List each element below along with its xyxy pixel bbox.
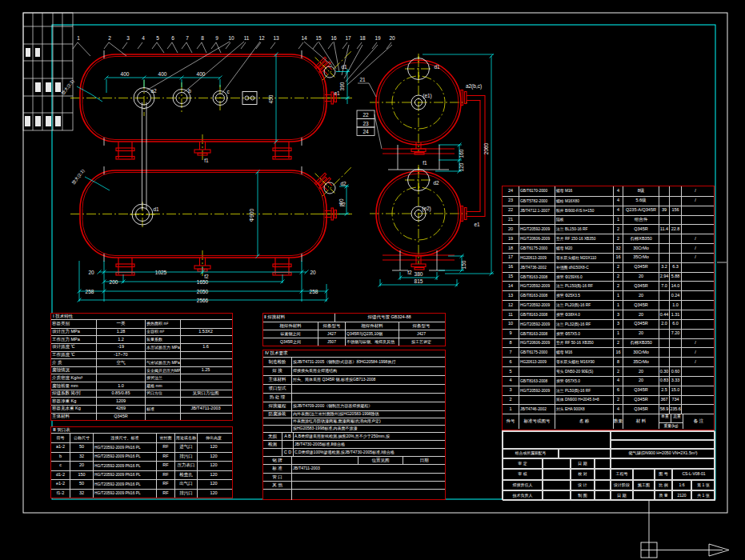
table-cell: 补强圈 dN150X8-C	[555, 263, 614, 272]
weight-header-group: 单重总重重量(kg)	[659, 414, 683, 429]
table-cell: 等长双头螺柱 M16X90	[555, 358, 614, 366]
table-row: 外表面涂红丹防锈漆两遍,面漆两遍(色泽由用户定)	[263, 418, 445, 425]
balloon-number: 7	[186, 35, 189, 41]
table-cell: 20	[503, 225, 519, 234]
parts-list: 24GB/T6170-2000螺母 M1648级/23GB/T5782-2000…	[502, 186, 715, 430]
balloon-tick	[328, 42, 333, 49]
balloon-number: 5	[156, 35, 159, 41]
table-cell	[263, 449, 282, 456]
titleblock-cell: 设 计	[571, 480, 595, 490]
table-row: 9GB/T8163-2008接管 Φ57X5.01207.20	[503, 329, 714, 338]
titleblock-cell: 审 核	[503, 469, 543, 479]
table-row: d1-2150HG/T20592-2009 PN16 PLRF检查孔120	[51, 470, 232, 480]
table-row: 检测JB/T4730-2005标准,Ⅱ级合格	[263, 440, 445, 448]
table-cell: 7	[503, 348, 519, 357]
titleblock-cell	[633, 469, 655, 479]
table-cell: 24	[503, 186, 519, 196]
table-cell: RF	[157, 471, 175, 480]
table-cell: HG/T20592-2009 PN16 PL	[94, 462, 157, 470]
table-cell: Q345R	[623, 225, 659, 234]
table-cell: A,B类焊缝采用射线检测,抽查20%,且不少于250mm,按	[294, 433, 445, 440]
table-cell: 20	[623, 291, 659, 300]
titleblock-cell	[543, 458, 571, 469]
table-cell: 17	[503, 254, 519, 262]
table-cell	[292, 474, 445, 481]
table-cell: 接管 Φ57X5.0	[555, 377, 614, 386]
table-cell: 1.0	[97, 382, 146, 390]
table-cell: 设计压力 MPa	[51, 329, 97, 336]
weight-header-cell: 单重总重	[659, 414, 683, 423]
table-cell: 腐蚀情况	[51, 367, 97, 374]
table-row: 焊接规程按JB/T4709-2000《钢制压力容器焊接规程》	[263, 402, 445, 410]
table-row: 12HG/T20592-2009法兰 PL20(B)-16 RF1Q345R1.…	[503, 300, 714, 310]
drawing-label: 258	[86, 289, 94, 294]
table-cell: 焊接规程	[263, 402, 292, 410]
table-cell: HG/T20592-2009	[519, 386, 555, 395]
drawing-label: 1650	[197, 279, 209, 285]
table-row: b32HG/T20592-2009 PN16 PLRF排污口120	[51, 452, 232, 462]
table-cell: 1.2	[97, 336, 146, 343]
table-cell: Q345R之间	[263, 338, 318, 346]
table-cell: 5.6级	[623, 197, 659, 206]
table-cell	[682, 405, 709, 414]
table-cell: 主体材料	[51, 414, 97, 421]
table-row: Q345R之间J507不锈钢与碳钢、堆焊及其他按工艺评定	[263, 338, 445, 346]
table-cell: 22	[503, 206, 519, 215]
table-cell: 见管口方位图	[181, 390, 230, 398]
table-cell: 1.0	[670, 301, 682, 310]
table-cell: 组合件	[623, 216, 659, 225]
table-cell	[519, 367, 555, 376]
table-cell: 32	[70, 490, 94, 498]
table-row: 无损A BA,B类焊缝采用射线检测,抽查20%,且不少于250mm,按	[263, 432, 445, 440]
table-cell: 接管 Φ159X6.0	[555, 273, 614, 282]
table-row: f1-232HG/T20592-2009 PN16 PLRF排污口120	[51, 489, 232, 498]
table-cell: 2	[503, 396, 519, 405]
table-cell: 连接尺寸、标准	[94, 434, 157, 442]
table-cell: 其 他	[263, 482, 292, 489]
table-cell	[181, 374, 230, 382]
balloon-tick	[167, 42, 172, 49]
titleblock-cell: 技术负责人	[503, 490, 543, 501]
table-cell: 1	[614, 301, 623, 310]
balloon-tick	[256, 42, 261, 49]
table-cell: JB/T4746-2002	[519, 405, 555, 414]
table-cell: 120	[198, 490, 230, 498]
table-cell	[682, 263, 709, 272]
table-cell	[682, 291, 709, 300]
table-cell: 3	[614, 320, 623, 329]
centerlines	[70, 50, 467, 278]
balloon-number: 1	[77, 35, 80, 41]
table-cell: 16	[503, 263, 519, 272]
table-cell	[292, 482, 445, 489]
drawing-label: 380	[415, 271, 423, 277]
dimensions	[77, 53, 494, 302]
table-row: 1JB/T4746-2002封头 EHA 900X84Q345R58.9235.…	[503, 404, 714, 414]
table-cell: 螺栓 M16X80	[555, 197, 614, 206]
balloon-tick	[372, 42, 377, 49]
table-cell: 备 注	[683, 414, 714, 429]
drawing-label: a2	[150, 88, 157, 94]
table-row: 焊缝系数 筒/封0.85/0.85管口方位见管口方位图	[51, 390, 232, 398]
table-cell: /	[682, 197, 709, 206]
table-cell: /	[682, 348, 709, 357]
balloon-tick	[104, 42, 109, 49]
table-cell: J427	[318, 330, 346, 338]
table-cell: Q345R	[623, 396, 659, 405]
connecting-pipe	[461, 90, 485, 222]
cad-drawing-canvas[interactable]: 1234567891011121314151617181920222324 a2…	[0, 0, 745, 560]
table-cell	[659, 186, 670, 196]
drawing-label: 200	[110, 279, 118, 285]
table-row: 设计温度 ℃-19水压试验压力 MPa1.6	[51, 343, 232, 351]
table-cell: GB/T8163-2008	[519, 273, 555, 282]
titleblock-cell: 日 期	[611, 490, 633, 501]
table-cell: HG/T20592-2009 PN16 PL	[94, 480, 157, 489]
drawing-label: 2566	[197, 298, 209, 303]
table-cell: 2	[614, 225, 623, 234]
table-cell: 焊条型号	[318, 322, 346, 330]
table-cell: 公称尺寸	[70, 434, 94, 442]
table-cell: 18	[503, 244, 519, 253]
table-cell: 1.31	[670, 310, 682, 319]
table-cell: Q345R与Q235,10钢	[346, 330, 399, 338]
table-cell: 15	[503, 273, 519, 282]
table-cell	[282, 441, 294, 448]
